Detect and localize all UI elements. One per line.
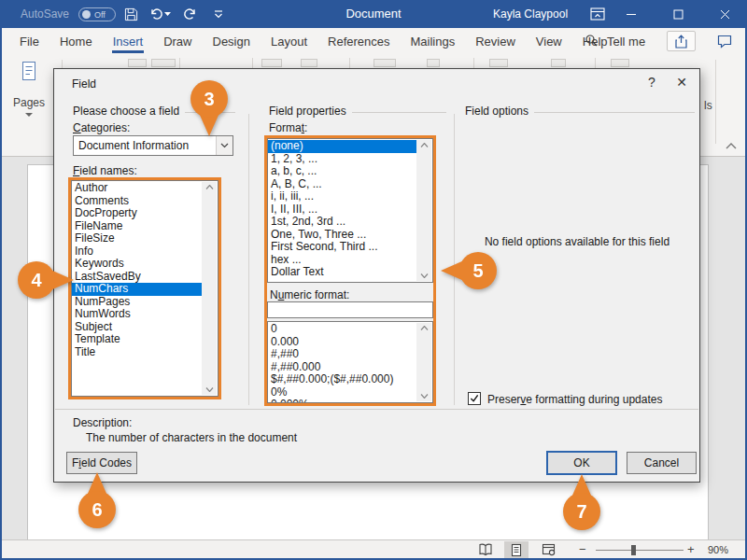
format-item[interactable]: i, ii, iii, ...	[268, 190, 416, 203]
ribbon-tab[interactable]: View	[526, 28, 572, 54]
field-name-item[interactable]: NumWords	[72, 308, 202, 321]
comments-button[interactable]	[710, 31, 739, 51]
format-item[interactable]: A, B, C, ...	[268, 178, 416, 191]
properties-section-label: Field properties	[269, 105, 346, 118]
description-label: Description:	[73, 416, 132, 429]
numeric-format-item[interactable]: #,##0.000	[268, 361, 416, 374]
ribbon-tab[interactable]: Home	[49, 28, 103, 54]
read-mode-button[interactable]	[473, 541, 498, 558]
field-name-item[interactable]: Comments	[72, 195, 202, 208]
field-name-item[interactable]: Keywords	[72, 258, 202, 271]
format-item[interactable]: hex ...	[268, 254, 416, 267]
checkmark-icon	[470, 394, 479, 403]
dialog-close-icon[interactable]: ✕	[672, 75, 691, 91]
field-name-item[interactable]: NumPages	[72, 296, 202, 309]
format-item[interactable]: I, II, III, ...	[268, 203, 416, 217]
field-dialog: Field ? ✕ Please choose a field Field pr…	[53, 68, 700, 483]
format-item[interactable]: 1st, 2nd, 3rd ...	[268, 216, 416, 229]
scrollbar[interactable]	[202, 182, 217, 395]
zoom-out-button[interactable]: −	[579, 542, 586, 557]
zoom-slider-thumb[interactable]	[631, 545, 636, 555]
ribbon-tab-selected[interactable]: Insert	[103, 28, 154, 54]
scroll-up-icon[interactable]	[420, 143, 429, 147]
ribbon-tab[interactable]: Draw	[153, 28, 202, 54]
format-item[interactable]: First Second, Third ...	[268, 241, 416, 254]
format-item[interactable]: 1, 2, 3, ...	[268, 153, 416, 166]
field-name-item[interactable]: Subject	[72, 321, 202, 334]
format-listbox[interactable]: (none)1, 2, 3, ...a, b, c, ...A, B, C, .…	[267, 138, 433, 283]
format-item[interactable]: a, b, c, ...	[268, 165, 416, 178]
minimize-button[interactable]	[614, 0, 648, 28]
svg-text:5: 5	[472, 260, 483, 281]
tell-me-label[interactable]: Tell me	[607, 35, 645, 49]
numeric-format-listbox[interactable]: 00.000#,##0#,##0.000$#,##0.000;($#,##0.0…	[267, 321, 433, 403]
zoom-in-button[interactable]: +	[687, 542, 695, 557]
numeric-format-item[interactable]: 0	[268, 323, 416, 336]
numeric-format-item[interactable]: 0.000%	[268, 399, 416, 403]
field-names-listbox[interactable]: AuthorCommentsDocPropertyFileNameFileSiz…	[71, 180, 218, 397]
numeric-format-item[interactable]: 0%	[268, 386, 416, 399]
help-icon[interactable]: ?	[642, 75, 661, 91]
numeric-format-item[interactable]: #,##0	[268, 348, 416, 361]
ribbon-button-top	[261, 59, 282, 67]
ribbon-button-top	[301, 59, 317, 67]
numeric-format-input[interactable]	[267, 301, 433, 318]
scroll-down-icon[interactable]	[420, 394, 429, 399]
field-name-item[interactable]: FileName	[72, 220, 202, 233]
ribbon-button-top	[551, 59, 566, 67]
field-name-item[interactable]: Info	[72, 245, 202, 259]
scrollbar[interactable]	[416, 323, 431, 401]
dropdown-button[interactable]	[216, 136, 233, 155]
scroll-up-icon[interactable]	[205, 185, 214, 189]
format-item[interactable]: One, Two, Three ...	[268, 229, 416, 242]
format-item-selected[interactable]: (none)	[268, 140, 416, 153]
print-layout-button[interactable]	[504, 541, 529, 558]
field-name-item[interactable]: Author	[72, 182, 202, 195]
ribbon-tab[interactable]: Design	[203, 28, 261, 54]
share-button[interactable]	[667, 31, 696, 51]
ribbon-tab[interactable]: References	[317, 28, 400, 54]
format-item[interactable]: Dollar Text	[268, 266, 416, 279]
field-name-item[interactable]: FileSize	[72, 232, 202, 245]
numeric-format-item[interactable]: 0.000	[268, 336, 416, 349]
field-name-item-selected[interactable]: NumChars	[72, 283, 202, 296]
preserve-formatting-checkbox[interactable]	[468, 392, 481, 405]
scroll-down-icon[interactable]	[420, 273, 429, 278]
ribbon-button-top	[489, 59, 508, 67]
zoom-slider[interactable]	[596, 550, 684, 551]
field-name-item[interactable]: Title	[72, 346, 202, 359]
ribbon-tab[interactable]: File	[9, 28, 49, 54]
options-section-header: Field options	[465, 105, 695, 118]
scroll-up-icon[interactable]	[420, 326, 429, 330]
web-layout-icon	[542, 543, 556, 556]
preserve-formatting-label[interactable]: Preserve formatting during updates	[487, 393, 662, 406]
status-bar: − + 90%	[2, 539, 745, 558]
scrollbar[interactable]	[416, 140, 431, 281]
divider	[473, 58, 474, 68]
collapse-ribbon-icon[interactable]	[726, 136, 737, 153]
field-names-highlight: AuthorCommentsDocPropertyFileNameFileSiz…	[68, 177, 221, 399]
field-name-item[interactable]: LastSavedBy	[72, 271, 202, 284]
zoom-level[interactable]: 90%	[708, 544, 728, 555]
categories-dropdown[interactable]: Document Information	[73, 135, 233, 156]
close-button[interactable]	[708, 0, 741, 28]
numeric-format-item[interactable]: $#,##0.000;($#,##0.000)	[268, 373, 416, 386]
field-name-item[interactable]: DocProperty	[72, 207, 202, 220]
search-icon[interactable]	[585, 34, 598, 50]
cancel-button[interactable]: Cancel	[627, 452, 697, 474]
field-names-label: Field names:	[73, 164, 137, 177]
maximize-button[interactable]	[661, 0, 695, 28]
divider	[252, 58, 253, 68]
scroll-down-icon[interactable]	[205, 387, 214, 392]
field-name-item[interactable]: Template	[72, 333, 202, 346]
ribbon-tab[interactable]: Review	[465, 28, 526, 54]
divider	[248, 114, 249, 405]
pages-group-button[interactable]: Pages	[7, 60, 50, 117]
ribbon-tab[interactable]: Layout	[261, 28, 317, 54]
user-name: Kayla Claypool	[493, 7, 568, 21]
numeric-format-label: Numeric format:	[270, 288, 349, 301]
share-icon	[674, 35, 688, 49]
ribbon-display-options-icon[interactable]	[581, 0, 614, 28]
ribbon-tab[interactable]: Mailings	[401, 28, 466, 54]
web-layout-button[interactable]	[536, 541, 560, 558]
